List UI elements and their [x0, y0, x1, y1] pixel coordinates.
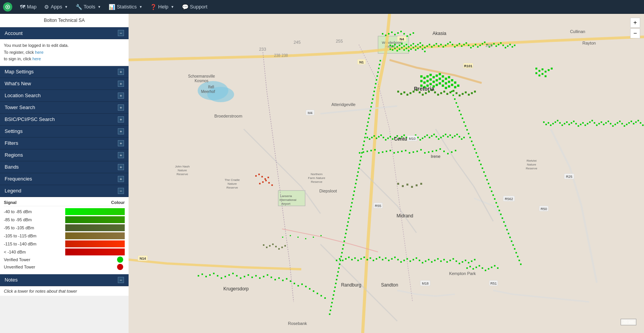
- svg-text:John Nash: John Nash: [175, 165, 190, 168]
- svg-rect-304: [301, 283, 303, 285]
- svg-rect-46: [440, 44, 442, 45]
- svg-text:Randburg: Randburg: [341, 282, 362, 288]
- section-map-settings-toggle[interactable]: +: [118, 69, 124, 75]
- svg-text:R51: R51: [490, 282, 497, 285]
- svg-rect-520: [262, 181, 264, 183]
- nav-apps[interactable]: ⚙ Apps ▼: [41, 2, 71, 12]
- svg-rect-139: [346, 229, 347, 230]
- section-bands-toggle[interactable]: +: [118, 164, 124, 170]
- svg-rect-76: [509, 44, 511, 45]
- svg-rect-306: [309, 288, 310, 290]
- svg-rect-336: [489, 187, 491, 188]
- zoom-controls: + −: [630, 18, 640, 38]
- nav-map[interactable]: 🗺 Map: [17, 2, 40, 12]
- section-frequencies[interactable]: Frequencies +: [0, 173, 129, 185]
- svg-rect-303: [297, 285, 299, 287]
- section-map-settings[interactable]: Map Settings +: [0, 66, 129, 78]
- statistics-icon: 📊: [109, 4, 115, 10]
- app-logo[interactable]: [3, 2, 12, 12]
- zoom-in-button[interactable]: +: [630, 18, 640, 28]
- svg-rect-342: [499, 210, 500, 211]
- section-filters-toggle[interactable]: +: [118, 140, 124, 146]
- svg-rect-78: [514, 45, 515, 46]
- svg-rect-85: [403, 49, 405, 51]
- svg-rect-250: [394, 257, 396, 258]
- svg-rect-242: [370, 257, 371, 259]
- nav-help[interactable]: ❓ Help ▼: [147, 2, 177, 12]
- svg-rect-423: [545, 71, 547, 73]
- svg-rect-434: [552, 123, 554, 124]
- signin-link[interactable]: here: [33, 56, 41, 61]
- support-icon: 💬: [182, 4, 188, 10]
- svg-rect-352: [514, 248, 515, 250]
- svg-rect-363: [439, 73, 441, 75]
- zoom-out-button[interactable]: −: [630, 28, 640, 38]
- svg-rect-229: [451, 151, 452, 153]
- svg-rect-149: [338, 267, 340, 269]
- svg-rect-302: [294, 283, 295, 284]
- svg-rect-188: [426, 134, 428, 136]
- section-bsic-search-toggle[interactable]: +: [118, 116, 124, 123]
- section-account-toggle[interactable]: −: [118, 30, 124, 36]
- legend-header: Signal Colour: [4, 200, 125, 206]
- svg-rect-162: [367, 137, 368, 138]
- section-legend[interactable]: Legend −: [0, 185, 129, 197]
- section-settings[interactable]: Settings +: [0, 126, 129, 138]
- section-whats-new-label: What's New: [5, 81, 31, 86]
- section-location-search[interactable]: Location Search +: [0, 90, 129, 102]
- account-text3: to sign in, click: [4, 56, 31, 61]
- section-map-settings-label: Map Settings: [5, 69, 34, 75]
- section-account[interactable]: Account −: [0, 27, 129, 39]
- account-text1: You must be logged in to edit data.: [4, 43, 69, 48]
- svg-text:R562: R562: [505, 197, 513, 201]
- svg-rect-136: [348, 217, 350, 219]
- svg-rect-27: [396, 46, 398, 48]
- svg-rect-518: [268, 177, 269, 178]
- section-tower-search-toggle[interactable]: +: [118, 104, 124, 111]
- nav-tools[interactable]: 🔧 Tools ▼: [73, 2, 104, 12]
- section-bsic-search[interactable]: BSIC/PCI/PSC Search +: [0, 114, 129, 126]
- svg-rect-369: [426, 80, 429, 82]
- section-notes-toggle[interactable]: −: [118, 277, 124, 283]
- section-notes[interactable]: Notes −: [0, 274, 129, 286]
- svg-rect-133: [350, 206, 352, 207]
- svg-rect-146: [340, 256, 342, 257]
- svg-rect-144: [342, 248, 343, 250]
- svg-rect-90: [415, 49, 416, 51]
- section-regions[interactable]: Regions +: [0, 149, 129, 161]
- svg-rect-286: [232, 273, 234, 274]
- svg-rect-292: [255, 275, 257, 277]
- register-link-text[interactable]: here: [35, 50, 43, 55]
- svg-rect-41: [429, 44, 430, 45]
- section-regions-toggle[interactable]: +: [118, 152, 124, 158]
- svg-rect-372: [436, 79, 438, 81]
- svg-rect-502: [406, 184, 408, 186]
- svg-rect-148: [339, 263, 340, 265]
- section-filters[interactable]: Filters +: [0, 138, 129, 149]
- nav-statistics[interactable]: 📊 Statistics ▼: [106, 2, 145, 12]
- register-link[interactable]: here: [35, 50, 43, 55]
- svg-text:Nature: Nature: [178, 169, 187, 172]
- svg-rect-513: [284, 245, 286, 247]
- signin-link-text[interactable]: here: [33, 56, 41, 61]
- svg-rect-135: [349, 214, 350, 215]
- svg-rect-327: [476, 152, 477, 154]
- section-settings-toggle[interactable]: +: [118, 128, 124, 134]
- section-whats-new-toggle[interactable]: +: [118, 81, 124, 87]
- section-frequencies-toggle[interactable]: +: [118, 176, 124, 182]
- svg-rect-239: [360, 258, 362, 260]
- section-tower-search[interactable]: Tower Search +: [0, 102, 129, 114]
- nav-support[interactable]: 💬 Support: [179, 2, 211, 12]
- svg-rect-315: [457, 106, 459, 108]
- svg-rect-477: [406, 94, 408, 96]
- map-area[interactable]: Wonderboom Airport Lanseria Internationa…: [129, 14, 644, 333]
- section-bands[interactable]: Bands +: [0, 161, 129, 173]
- section-location-search-toggle[interactable]: +: [118, 93, 124, 99]
- svg-point-1: [7, 6, 8, 8]
- legend-label-3: -105 to -115 dBm: [4, 234, 36, 238]
- svg-text:255: 255: [336, 39, 343, 43]
- section-legend-toggle[interactable]: −: [118, 188, 124, 194]
- section-whats-new[interactable]: What's New +: [0, 78, 129, 90]
- svg-rect-493: [456, 92, 457, 94]
- svg-rect-370: [429, 78, 432, 81]
